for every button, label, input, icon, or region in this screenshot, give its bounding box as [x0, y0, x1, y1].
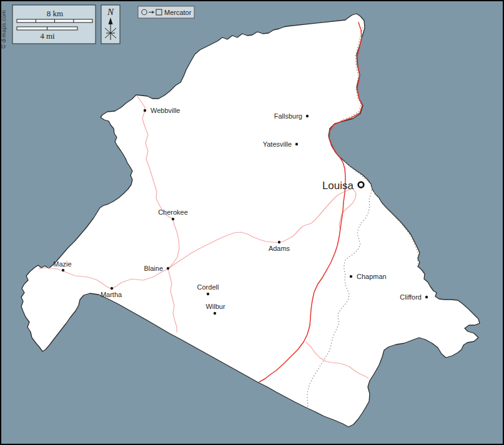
town-marker	[306, 115, 309, 117]
town-marker	[278, 241, 280, 243]
town-marker	[167, 267, 169, 270]
town-marker	[350, 275, 352, 278]
town-label: Blaine	[144, 265, 163, 272]
town-marker	[425, 296, 428, 298]
projection-legend: Mercator	[138, 6, 194, 18]
town-marker	[111, 287, 113, 290]
town-label: Wilbur	[205, 303, 225, 310]
scale-panel: 8 km 4 mi	[12, 5, 96, 44]
map-page: WebbvilleFallsburgYatesvilleLouisaCherok…	[0, 0, 504, 445]
town-label: Fallsburg	[274, 112, 302, 120]
town-marker	[62, 269, 64, 271]
town-marker	[295, 143, 298, 145]
town-label: Cherokee	[158, 208, 188, 216]
north-arrow-panel: N	[101, 5, 120, 44]
projection-name: Mercator	[164, 9, 192, 16]
town-marker	[144, 109, 146, 112]
north-label: N	[107, 7, 114, 17]
town-marker	[207, 293, 209, 295]
county-seat-marker	[358, 182, 364, 188]
town-label: Mazie	[53, 260, 71, 268]
map-canvas: WebbvilleFallsburgYatesvilleLouisaCherok…	[0, 0, 504, 445]
scale-km-label: 8 km	[47, 9, 63, 18]
town-marker	[172, 218, 174, 220]
town-label: Chapman	[357, 273, 387, 280]
town-label: Louisa	[322, 180, 354, 192]
town-label: Webbville	[151, 107, 180, 114]
scale-mi-label: 4 mi	[40, 31, 55, 41]
town-label: Adams	[269, 245, 290, 252]
town-label: Clifford	[400, 293, 422, 301]
town-label: Cordell	[197, 283, 219, 291]
town-label: Yatesville	[263, 140, 292, 148]
town-label: Martha	[101, 291, 122, 298]
town-marker	[214, 312, 216, 315]
